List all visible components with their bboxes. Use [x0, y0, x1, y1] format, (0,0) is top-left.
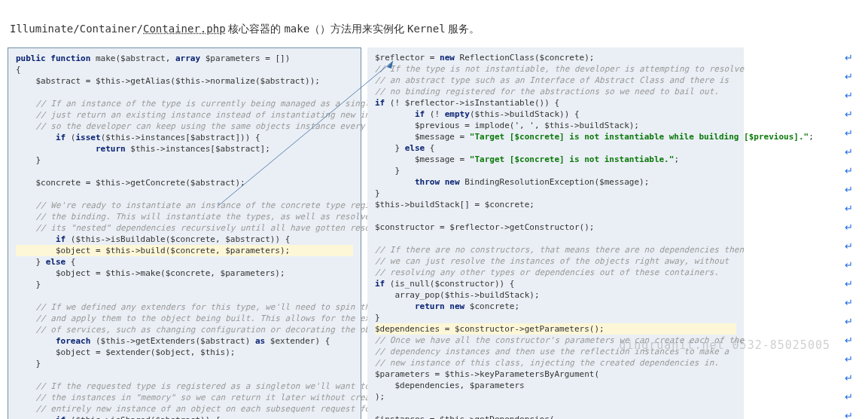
arrow-icon: ↵ — [845, 127, 853, 139]
linebreak-arrows: ↵ ↵ ↵ ↵ ↵ ↵ ↵ ↵ ↵ ↵ ↵ ↵ ↵ ↵ ↵ ↵ ↵ ↵ ↵ ↵ … — [845, 52, 853, 419]
arrow-icon: ↵ — [845, 335, 853, 346]
heading-make: make（） — [284, 23, 330, 35]
arrow-icon: ↵ — [845, 203, 853, 214]
arrow-icon: ↵ — [845, 353, 853, 365]
path-file: Container.php — [143, 23, 226, 35]
heading-zh2: 方法用来实例化 — [330, 23, 407, 35]
heading-kernel: Kernel — [407, 23, 446, 35]
right-code-pane: $reflector = new ReflectionClass($concre… — [367, 47, 744, 419]
heading-zh1: 核心容器的 — [226, 23, 285, 35]
arrow-icon: ↵ — [845, 372, 853, 384]
arrow-icon: ↵ — [845, 278, 853, 289]
arrow-icon: ↵ — [845, 222, 853, 233]
arrow-icon: ↵ — [845, 259, 853, 271]
arrow-icon: ↵ — [845, 184, 853, 195]
arrow-icon: ↵ — [845, 52, 853, 63]
arrow-icon: ↵ — [845, 146, 853, 158]
page-heading: Illuminate/Container/Container.php 核心容器的… — [10, 23, 860, 36]
arrow-icon: ↵ — [845, 391, 853, 402]
left-code-pane: public function make($abstract, array $p… — [8, 47, 361, 419]
arrow-icon: ↵ — [845, 109, 853, 120]
arrow-icon: ↵ — [845, 90, 853, 101]
arrow-icon: ↵ — [845, 410, 853, 419]
arrow-icon: ↵ — [845, 165, 853, 176]
arrow-icon: ↵ — [845, 71, 853, 82]
right-code: $reflector = new ReflectionClass($concre… — [375, 52, 736, 419]
arrow-icon: ↵ — [845, 316, 853, 327]
path-prefix: Illuminate/Container/ — [10, 23, 143, 35]
watermark: qingruanit.net 0532-85025005 — [619, 338, 830, 352]
left-code: public function make($abstract, array $p… — [16, 53, 353, 419]
code-columns: public function make($abstract, array $p… — [8, 47, 860, 419]
arrow-icon: ↵ — [845, 297, 853, 308]
arrow-icon: ↵ — [845, 240, 853, 252]
heading-zh3: 服务。 — [446, 23, 480, 35]
